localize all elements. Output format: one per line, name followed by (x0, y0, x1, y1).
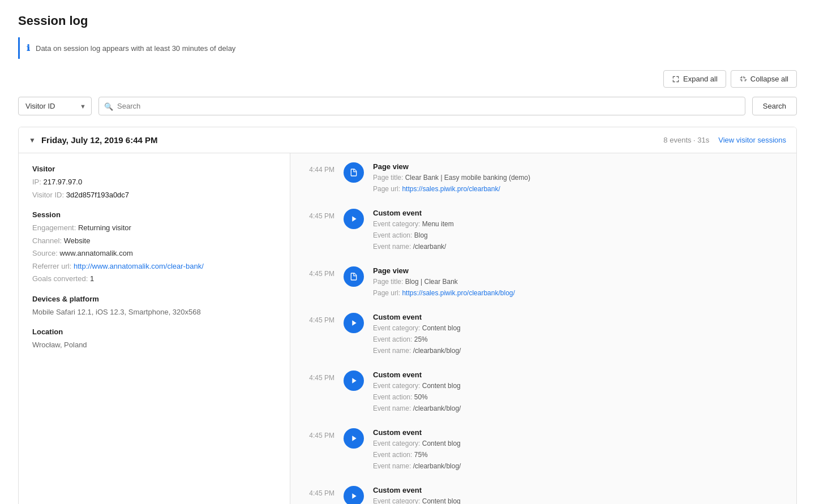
event-title: Custom event (373, 486, 783, 494)
source-line: Source: www.annatomalik.com (32, 248, 276, 259)
location-section-title: Location (32, 328, 276, 336)
event-icon-custom_event (344, 428, 364, 449)
event-meta-line: Event category: Content blog (373, 323, 783, 333)
event-meta-line: Page title: Blog | Clear Bank (373, 277, 783, 287)
session-info-section-title: Session (32, 210, 276, 219)
event-time: 4:45 PM (304, 266, 334, 278)
channel-line: Channel: Website (32, 235, 276, 247)
session-body: Visitor IP: 217.97.97.0 Visitor ID: 3d2d… (19, 153, 796, 504)
ip-line: IP: 217.97.97.0 (32, 176, 276, 188)
event-time: 4:44 PM (304, 162, 334, 174)
session-card: ▼ Friday, July 12, 2019 6:44 PM 8 events… (18, 127, 797, 504)
event-meta-line: Event category: Content blog (373, 438, 783, 449)
event-meta-line: Event category: Content blog (373, 496, 783, 504)
page-title: Session log (18, 14, 797, 28)
event-meta-line: Event action: 50% (373, 392, 783, 402)
event-row: 4:45 PMPage viewPage title: Blog | Clear… (304, 266, 783, 299)
event-meta-line: Event name: /clearbank/blog/ (373, 403, 783, 413)
search-input[interactable] (98, 97, 745, 115)
devices-section-title: Devices & platform (32, 295, 276, 303)
event-row: 4:45 PMCustom eventEvent category: Conte… (304, 486, 783, 504)
event-meta-line: Page url: https://sales.piwik.pro/clearb… (373, 184, 783, 194)
filter-select-wrapper: Visitor ID Session ID User ID ▼ (18, 97, 92, 115)
location-value: Wrocław, Poland (32, 339, 276, 351)
session-header[interactable]: ▼ Friday, July 12, 2019 6:44 PM 8 events… (19, 127, 796, 153)
event-row: 4:45 PMCustom eventEvent category: Menu … (304, 209, 783, 253)
search-wrapper: 🔍 (98, 97, 745, 115)
location-section: Location Wrocław, Poland (32, 328, 276, 351)
event-meta-line: Page title: Clear Bank | Easy mobile ban… (373, 173, 783, 183)
visitor-section: Visitor IP: 217.97.97.0 Visitor ID: 3d2d… (32, 165, 276, 200)
collapse-icon (739, 75, 747, 83)
search-icon: 🔍 (104, 102, 113, 110)
session-meta: 8 events · 31s (663, 136, 709, 144)
event-row: 4:45 PMCustom eventEvent category: Conte… (304, 371, 783, 415)
visitor-info-panel: Visitor IP: 217.97.97.0 Visitor ID: 3d2d… (19, 153, 290, 504)
event-details: Custom eventEvent category: Content blog… (373, 371, 783, 415)
visitor-id-value: 3d2d857f193a0dc7 (66, 191, 129, 199)
event-details: Page viewPage title: Blog | Clear BankPa… (373, 266, 783, 299)
event-url-link[interactable]: https://sales.piwik.pro/clearbank/blog/ (402, 289, 514, 297)
event-title: Custom event (373, 313, 783, 321)
chevron-icon: ▼ (29, 136, 36, 144)
event-meta-line: Event action: 25% (373, 334, 783, 344)
event-icon-custom_event (344, 209, 364, 229)
event-icon-custom_event (344, 313, 364, 333)
devices-section: Devices & platform Mobile Safari 12.1, i… (32, 295, 276, 318)
event-row: 4:44 PMPage viewPage title: Clear Bank |… (304, 162, 783, 195)
expand-all-button[interactable]: Expand all (663, 70, 726, 88)
event-row: 4:45 PMCustom eventEvent category: Conte… (304, 313, 783, 357)
expand-icon (672, 75, 680, 83)
event-title: Custom event (373, 428, 783, 437)
engagement-line: Engagement: Returning visitor (32, 222, 276, 234)
event-details: Custom eventEvent category: Content blog… (373, 428, 783, 472)
event-meta-line: Event category: Content blog (373, 381, 783, 391)
event-title: Page view (373, 266, 783, 275)
event-meta-line: Page url: https://sales.piwik.pro/clearb… (373, 288, 783, 298)
collapse-all-button[interactable]: Collapse all (731, 70, 797, 88)
devices-value: Mobile Safari 12.1, iOS 12.3, Smartphone… (32, 307, 276, 318)
event-row: 4:45 PMCustom eventEvent category: Conte… (304, 428, 783, 472)
info-icon: ℹ (27, 43, 30, 53)
session-header-left: ▼ Friday, July 12, 2019 6:44 PM (29, 135, 158, 145)
view-visitor-sessions-link[interactable]: View visitor sessions (718, 136, 786, 144)
event-title: Custom event (373, 209, 783, 217)
search-button[interactable]: Search (752, 97, 797, 115)
filter-row: Visitor ID Session ID User ID ▼ 🔍 Search (18, 97, 797, 115)
event-details: Custom eventEvent category: Content blog… (373, 486, 783, 504)
visitor-id-line: Visitor ID: 3d2d857f193a0dc7 (32, 189, 276, 201)
events-timeline: 4:44 PMPage viewPage title: Clear Bank |… (290, 153, 796, 504)
session-header-right: 8 events · 31s View visitor sessions (663, 136, 786, 144)
event-title: Page view (373, 162, 783, 171)
event-icon-custom_event (344, 371, 364, 391)
event-icon-custom_event (344, 486, 364, 504)
referrer-line: Referrer url: http://www.annatomalik.com… (32, 261, 276, 272)
event-time: 4:45 PM (304, 428, 334, 440)
event-time: 4:45 PM (304, 209, 334, 220)
toolbar: Expand all Collapse all (18, 70, 797, 88)
event-time: 4:45 PM (304, 313, 334, 324)
filter-select[interactable]: Visitor ID Session ID User ID (18, 97, 92, 115)
referrer-link[interactable]: http://www.annatomalik.com/clear-bank/ (74, 262, 204, 270)
event-details: Custom eventEvent category: Menu itemEve… (373, 209, 783, 253)
event-meta-line: Event action: 75% (373, 450, 783, 460)
event-time: 4:45 PM (304, 371, 334, 382)
event-meta-line: Event name: /clearbank/blog/ (373, 346, 783, 356)
session-date: Friday, July 12, 2019 6:44 PM (41, 135, 158, 145)
event-icon-page_view (344, 162, 364, 183)
event-icon-page_view (344, 266, 364, 287)
event-details: Page viewPage title: Clear Bank | Easy m… (373, 162, 783, 195)
event-meta-line: Event name: /clearbank/ (373, 242, 783, 252)
event-time: 4:45 PM (304, 486, 334, 497)
event-meta-line: Event action: Blog (373, 230, 783, 240)
visitor-section-title: Visitor (32, 165, 276, 173)
event-title: Custom event (373, 371, 783, 379)
goals-line: Goals converted: 1 (32, 273, 276, 285)
event-meta-line: Event category: Menu item (373, 219, 783, 229)
info-banner: ℹ Data on session log appears with at le… (18, 37, 797, 59)
event-meta-line: Event name: /clearbank/blog/ (373, 461, 783, 471)
session-info-section: Session Engagement: Returning visitor Ch… (32, 210, 276, 285)
event-url-link[interactable]: https://sales.piwik.pro/clearbank/ (402, 185, 500, 193)
event-details: Custom eventEvent category: Content blog… (373, 313, 783, 357)
ip-value: 217.97.97.0 (44, 178, 83, 186)
